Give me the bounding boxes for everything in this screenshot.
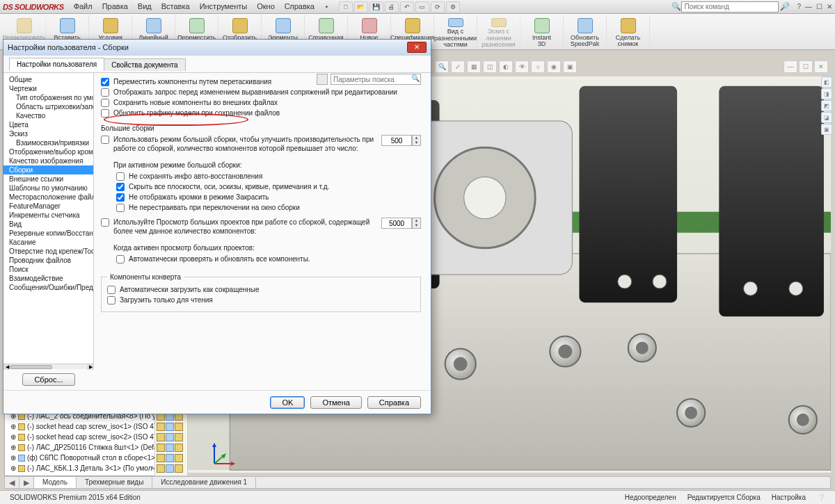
qat-rebuild-icon[interactable]: ⟳	[431, 1, 445, 13]
qat-print-icon[interactable]: 🖨	[385, 1, 399, 13]
close-icon[interactable]: ✕	[827, 3, 832, 10]
view-fit-icon[interactable]: ⤢	[451, 60, 465, 73]
opt-big-preview-checkbox[interactable]	[101, 218, 109, 227]
cat-quality[interactable]: Качество	[3, 111, 93, 120]
settings-search-icon[interactable]	[317, 74, 328, 85]
preview-threshold-spinner[interactable]: ▲▼	[381, 218, 421, 229]
qat-new-icon[interactable]: □	[339, 1, 353, 13]
qat-undo-icon[interactable]: ↶	[400, 1, 414, 13]
bigasm-threshold-input[interactable]	[381, 135, 412, 146]
cat-search[interactable]: Поиск	[3, 265, 93, 274]
opt-hide-all-checkbox[interactable]	[116, 183, 125, 191]
qat-open-icon[interactable]: 📂	[354, 1, 368, 13]
rt-icon-2[interactable]: ◨	[821, 88, 832, 99]
viewport-max-icon[interactable]: ☐	[799, 60, 813, 73]
opt-no-edges-checkbox[interactable]	[116, 193, 125, 202]
bigasm-threshold-spinner[interactable]: ▲▼	[381, 135, 421, 146]
opt-update-gfx-checkbox[interactable]	[101, 109, 109, 117]
cat-spin-increments[interactable]: Инкременты счетчика	[3, 211, 93, 220]
opt-auto-check-checkbox[interactable]	[116, 255, 125, 263]
tab-motion[interactable]: Исследование движения 1	[152, 477, 256, 488]
opt-env-readonly[interactable]: Загрузить только для чтения	[107, 295, 415, 304]
cancel-button[interactable]: Отмена	[310, 396, 361, 409]
opt-big-preview[interactable]: Используйте Просмотр больших проектов пр…	[101, 218, 374, 236]
scroll-right-icon[interactable]: ▶	[87, 364, 94, 370]
opt-no-autosave-checkbox[interactable]	[116, 172, 125, 181]
cat-collab[interactable]: Взаимодействие	[3, 274, 93, 283]
menu-tools[interactable]: Инструменты	[196, 1, 252, 13]
tab-model[interactable]: Модель	[34, 477, 77, 488]
help-icon[interactable]: ?	[797, 3, 801, 10]
ribbon-exploded[interactable]: Вид с разнесенными частями	[434, 15, 477, 49]
opt-no-rebuild-checkbox[interactable]	[116, 204, 125, 212]
menu-more-icon[interactable]: ⋆	[320, 1, 333, 13]
tab-3dviews[interactable]: Трехмерные виды	[77, 477, 152, 488]
cat-external-refs[interactable]: Внешние ссылки	[3, 174, 93, 184]
cat-touch[interactable]: Касание	[3, 238, 93, 247]
cat-backup[interactable]: Резервные копии/Восстано	[3, 229, 93, 238]
rt-icon-3[interactable]: ◩	[821, 100, 832, 111]
spin-up-icon[interactable]: ▲	[413, 136, 420, 140]
maximize-icon[interactable]: ☐	[816, 3, 822, 10]
ribbon-snapshot[interactable]: Сделать снимок	[607, 15, 650, 49]
spin-down-icon[interactable]: ▼	[413, 140, 420, 145]
help-button[interactable]: Справка	[367, 396, 421, 409]
cat-assemblies[interactable]: Сборки	[3, 165, 93, 174]
opt-auto-check[interactable]: Автоматически проверять и обновлять все …	[116, 254, 421, 263]
view-display-icon[interactable]: ▣	[563, 60, 577, 73]
ribbon-speedpak[interactable]: Обновить SpeedPak	[564, 15, 607, 49]
cat-display-type[interactable]: Тип отображения по умо	[3, 93, 93, 102]
cat-sketch[interactable]: Эскиз	[3, 129, 93, 138]
dialog-search-input[interactable]	[331, 74, 421, 85]
opt-env-readonly-checkbox[interactable]	[107, 296, 116, 304]
view-zoom-icon[interactable]: 🔍	[435, 60, 449, 73]
view-scene-icon[interactable]: ☼	[531, 60, 545, 73]
spin-down-icon[interactable]: ▼	[413, 223, 420, 228]
tab-user-settings[interactable]: Настройки пользователя	[9, 58, 104, 71]
command-search-input[interactable]	[681, 1, 779, 13]
view-hide-icon[interactable]: 👁	[515, 60, 529, 73]
rt-icon-4[interactable]: ◪	[821, 112, 832, 123]
viewport-min-icon[interactable]: —	[784, 60, 797, 73]
cat-general[interactable]: Общие	[3, 75, 93, 84]
reset-button[interactable]: Сброс...	[22, 373, 74, 386]
scroll-thumb[interactable]	[10, 365, 52, 369]
menu-window[interactable]: Окно	[253, 1, 279, 13]
opt-hide-all[interactable]: Скрыть все плоскости, оси, эскизы, кривы…	[116, 182, 421, 191]
cat-drawings[interactable]: Чертежи	[3, 84, 93, 93]
tab-scroll-right-icon[interactable]: ▶	[19, 477, 34, 488]
cat-colors[interactable]: Цвета	[3, 120, 93, 129]
ribbon-instant3d[interactable]: Instant 3D	[520, 15, 564, 49]
opt-no-autosave[interactable]: Не сохранять инфо авто-восстановления	[116, 172, 421, 181]
menu-view[interactable]: Вид	[134, 1, 156, 13]
opt-show-query[interactable]: Отображать запрос перед изменением вырав…	[101, 88, 421, 97]
menu-help[interactable]: Справка	[280, 1, 319, 13]
ok-button[interactable]: OK	[270, 396, 305, 409]
status-help-icon[interactable]: ❔	[811, 494, 831, 501]
opt-move-drag-checkbox[interactable]	[101, 78, 109, 86]
cat-image-quality[interactable]: Качество изображения	[3, 156, 93, 165]
opt-env-autoload[interactable]: Автоматически загрузить как сокращенные	[107, 285, 415, 294]
cat-messages[interactable]: Сообщения/Ошибки/Преду	[3, 283, 93, 292]
status-custom[interactable]: Настройка	[766, 494, 811, 501]
view-orient-icon[interactable]: ◫	[483, 60, 497, 73]
search-magnifier-icon[interactable]: 🔍	[411, 74, 420, 82]
tab-doc-settings[interactable]: Свойства документа	[104, 58, 185, 71]
cat-file-explorer[interactable]: Проводник файлов	[3, 256, 93, 265]
qat-save-icon[interactable]: 💾	[369, 1, 383, 13]
dialog-titlebar[interactable]: Настройки пользователя - Сборки ✕	[3, 40, 431, 55]
cat-hatch[interactable]: Область штриховки/запо	[3, 102, 93, 111]
menu-insert[interactable]: Вставка	[157, 1, 194, 13]
ribbon-explode-sketch[interactable]: Эскиз с линиями разнесения	[477, 15, 520, 49]
category-list[interactable]: Общие Чертежи Тип отображения по умо Обл…	[3, 73, 94, 364]
opt-save-ext-checkbox[interactable]	[101, 99, 109, 107]
rt-icon-5[interactable]: ▣	[821, 124, 832, 135]
dialog-close-button[interactable]: ✕	[407, 42, 427, 53]
category-hscrollbar[interactable]: ◀ ▶	[3, 364, 94, 369]
menu-file[interactable]: Файл	[70, 1, 97, 13]
spin-up-icon[interactable]: ▲	[413, 218, 420, 223]
opt-bigasm-use-checkbox[interactable]	[101, 136, 109, 144]
qat-options-icon[interactable]: ⚙	[446, 1, 460, 13]
preview-threshold-input[interactable]	[381, 218, 412, 229]
opt-update-gfx[interactable]: Обновить графику модели при сохранении ф…	[101, 108, 421, 117]
